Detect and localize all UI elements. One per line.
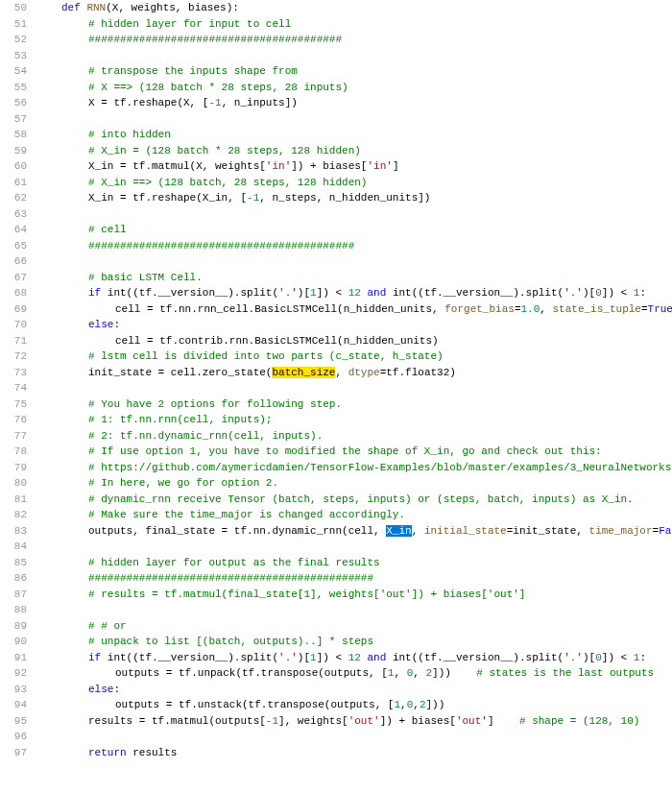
token: ]) < — [317, 287, 348, 299]
token: ]) < — [602, 652, 634, 663]
code-line[interactable] — [35, 253, 672, 270]
line-number: 89 — [0, 618, 27, 635]
code-line[interactable] — [35, 380, 672, 396]
code-line[interactable]: if int((tf.__version__).split('.')[1]) <… — [35, 650, 672, 666]
code-line[interactable]: outputs = tf.unstack(tf.transpose(output… — [35, 697, 672, 713]
token-param: time_major — [589, 525, 653, 537]
code-line[interactable]: # X ==> (128 batch * 28 steps, 28 inputs… — [35, 80, 672, 96]
code-line[interactable]: # basic LSTM Cell. — [35, 270, 672, 286]
code-line[interactable]: # unpack to list [(batch, outputs)..] * … — [35, 634, 672, 650]
code-line[interactable]: else: — [35, 317, 672, 333]
token — [361, 287, 368, 299]
token-param: forget_bias — [444, 303, 515, 315]
code-line[interactable]: X_in = tf.matmul(X, weights['in']) + bia… — [35, 158, 672, 175]
token: , — [540, 303, 552, 315]
token: , — [413, 667, 425, 679]
code-line[interactable]: results = tf.matmul(outputs[-1], weights… — [35, 713, 672, 730]
token: ])) — [426, 699, 445, 710]
code-line[interactable]: cell = tf.contrib.rnn.BasicLSTMCell(n_hi… — [35, 333, 672, 349]
token: (X, weights, biases): — [106, 2, 239, 13]
code-editor[interactable]: 5051525354555657585960616263646566676869… — [0, 0, 672, 760]
line-number: 57 — [0, 111, 27, 128]
code-line[interactable]: def RNN(X, weights, biases): — [35, 0, 672, 16]
code-line[interactable] — [35, 539, 672, 555]
code-line[interactable] — [35, 111, 672, 128]
code-body[interactable]: def RNN(X, weights, biases):# hidden lay… — [35, 0, 672, 760]
token-str: 'in' — [266, 160, 291, 172]
token-num: 0 — [595, 652, 602, 663]
token: )[ — [583, 652, 595, 663]
token-cm: # 1: tf.nn.rnn(cell, inputs); — [88, 414, 272, 425]
token — [361, 652, 368, 663]
token: ], weights[ — [278, 715, 348, 727]
line-number: 59 — [0, 143, 27, 159]
code-line[interactable] — [35, 206, 672, 223]
token: , n_steps, n_hidden_units]) — [259, 192, 430, 204]
code-line[interactable]: X = tf.reshape(X, [-1, n_inputs]) — [35, 95, 672, 111]
code-line[interactable]: # transpose the inputs shape from — [35, 63, 672, 80]
code-line[interactable]: # X_in = (128 batch * 28 steps, 128 hidd… — [35, 143, 672, 159]
token: , — [413, 699, 420, 710]
code-line[interactable]: if int((tf.__version__).split('.')[1]) <… — [35, 285, 672, 301]
token-num: 2 — [420, 699, 426, 710]
token: int((tf.__version__).split( — [108, 652, 278, 663]
token: cell = tf.nn.rnn_cell.BasicLSTMCell(n_hi… — [115, 303, 444, 315]
code-line[interactable]: # hidden layer for output as the final r… — [35, 555, 672, 571]
token: =tf.float32) — [380, 367, 456, 378]
line-number: 70 — [0, 317, 27, 333]
code-line[interactable]: # 1: tf.nn.rnn(cell, inputs); — [35, 412, 672, 428]
code-line[interactable]: # # or — [35, 618, 672, 635]
code-line[interactable]: ########################################… — [35, 570, 672, 587]
code-line[interactable]: # lstm cell is divided into two parts (c… — [35, 348, 672, 365]
code-line[interactable]: # Make sure the time_major is changed ac… — [35, 507, 672, 523]
token-kw: if — [88, 287, 108, 299]
line-number: 74 — [0, 380, 27, 396]
code-line[interactable]: # into hidden — [35, 127, 672, 143]
token: , — [394, 667, 406, 679]
code-line[interactable]: ######################################## — [35, 32, 672, 48]
code-line[interactable] — [35, 729, 672, 745]
code-line[interactable]: # https://github.com/aymericdamien/Tenso… — [35, 460, 672, 476]
token-cm: # X_in = (128 batch * 28 steps, 128 hidd… — [88, 145, 361, 156]
code-line[interactable]: X_in = tf.reshape(X_in, [-1, n_steps, n_… — [35, 190, 672, 206]
code-line[interactable]: # 2: tf.nn.dynamic_rnn(cell, inputs). — [35, 428, 672, 445]
token-cm: # shape = (128, 10) — [519, 715, 639, 727]
token: : — [113, 684, 120, 695]
code-line[interactable]: # results = tf.matmul(final_state[1], we… — [35, 587, 672, 603]
code-line[interactable]: # In here, we go for option 2. — [35, 475, 672, 492]
token-cm: # states is the last outputs — [476, 667, 654, 679]
line-number: 78 — [0, 444, 27, 460]
code-line[interactable]: # You have 2 options for following step. — [35, 396, 672, 413]
token: init_state = cell.zero_state( — [88, 367, 272, 378]
code-line[interactable]: # dynamic_rnn receive Tensor (batch, ste… — [35, 492, 672, 508]
token-cm: # cell — [88, 224, 127, 235]
code-line[interactable]: return results — [35, 745, 672, 761]
token-cm: # You have 2 options for following step. — [88, 398, 342, 410]
line-number: 50 — [0, 0, 27, 16]
token-kw: if — [88, 652, 108, 663]
line-number: 60 — [0, 158, 27, 175]
code-line[interactable] — [35, 602, 672, 618]
code-line[interactable]: outputs = tf.unpack(tf.transpose(outputs… — [35, 665, 672, 682]
code-line[interactable] — [35, 48, 672, 64]
token: ] — [393, 160, 399, 172]
code-line[interactable]: # cell — [35, 222, 672, 238]
token-cm: # unpack to list [(batch, outputs)..] * … — [88, 636, 373, 647]
token-bool: True — [648, 303, 672, 315]
token-kw: def — [61, 2, 86, 13]
token-bool: False — [659, 525, 672, 537]
code-line[interactable]: outputs, final_state = tf.nn.dynamic_rnn… — [35, 523, 672, 540]
code-line[interactable]: ########################################… — [35, 238, 672, 254]
token: results = tf.matmul(outputs[ — [88, 715, 266, 727]
code-line[interactable]: # hidden layer for input to cell — [35, 16, 672, 33]
code-line[interactable]: init_state = cell.zero_state(batch_size,… — [35, 365, 672, 381]
line-number: 63 — [0, 206, 27, 223]
token: ] — [488, 715, 519, 727]
token-cm: # Make sure the time_major is changed ac… — [88, 509, 405, 520]
code-line[interactable]: # If use option 1, you have to modified … — [35, 444, 672, 460]
code-line[interactable]: # X_in ==> (128 batch, 28 steps, 128 hid… — [35, 175, 672, 191]
token-hl-yellow: batch_size — [272, 367, 335, 378]
code-line[interactable]: else: — [35, 682, 672, 698]
token-param: state_is_tuple — [553, 303, 641, 315]
code-line[interactable]: cell = tf.nn.rnn_cell.BasicLSTMCell(n_hi… — [35, 301, 672, 318]
